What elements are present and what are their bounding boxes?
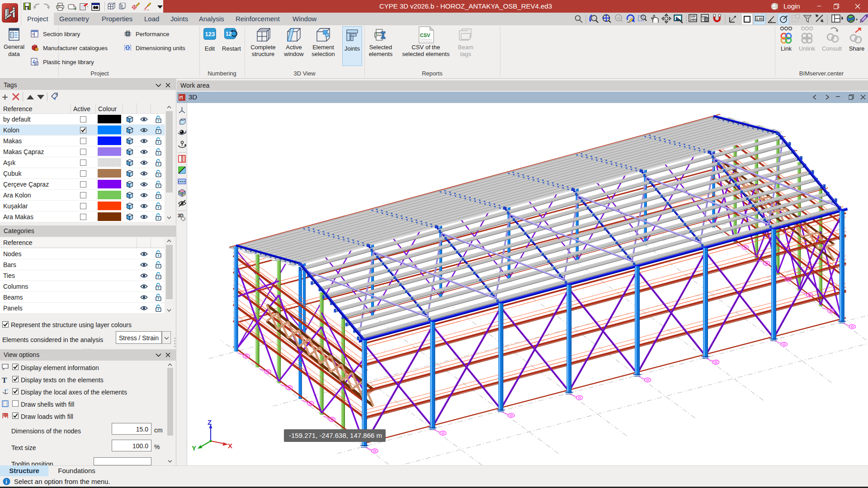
svg-text:Z: Z xyxy=(208,418,212,426)
svg-text:3D: 3D xyxy=(178,213,184,218)
svg-text:1.00: 1.00 xyxy=(756,17,763,21)
svg-text:123: 123 xyxy=(205,31,215,38)
svg-text:F: F xyxy=(36,62,38,65)
svg-text:Y: Y xyxy=(192,444,196,452)
svg-text:-159.271, -247.638, 147.866 m: -159.271, -247.638, 147.866 m xyxy=(289,432,382,439)
svg-text:I: I xyxy=(122,4,123,8)
svg-text:x2: x2 xyxy=(617,16,621,20)
svg-text:CSV: CSV xyxy=(420,33,430,38)
svg-text:DXF: DXF xyxy=(690,15,696,18)
svg-text:DWG: DWG xyxy=(690,18,697,21)
svg-text:X: X xyxy=(228,442,232,450)
svg-text:I: I xyxy=(54,96,56,101)
